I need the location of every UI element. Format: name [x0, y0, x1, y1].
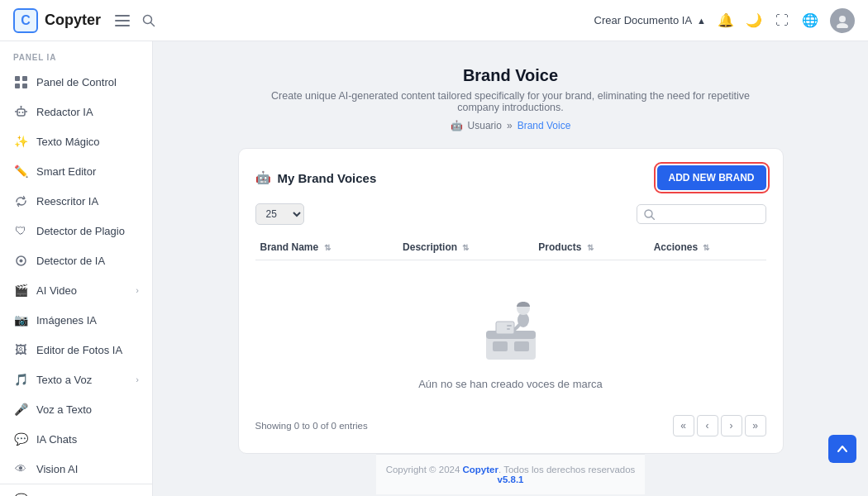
content-area: Brand Voice Create unique AI-generated c… — [153, 41, 868, 496]
col-description: Description ⇅ — [398, 235, 533, 260]
shield-icon: 🛡 — [13, 223, 28, 238]
sidebar-item-label: Smart Editor — [36, 165, 139, 178]
sidebar-item-ia-chats[interactable]: 💬 IA Chats — [0, 424, 152, 454]
grid-icon — [13, 74, 28, 89]
breadcrumb-current[interactable]: Brand Voice — [517, 120, 571, 131]
svg-rect-2 — [115, 25, 130, 26]
chevron-up-icon — [837, 443, 848, 455]
search-icon[interactable] — [141, 12, 157, 29]
sidebar-section-label: PANEL IA — [0, 41, 152, 67]
card-title-text: My Brand Voices — [278, 171, 377, 185]
create-doc-button[interactable]: Crear Documento IA ▲ — [594, 14, 706, 26]
chat-icon: 💬 — [13, 432, 28, 446]
sidebar-item-label: Texto a Voz — [36, 374, 127, 386]
search-icon — [644, 209, 655, 220]
hamburger-icon[interactable] — [114, 12, 131, 29]
footer-suffix: . Todos los derechos reservados — [498, 465, 635, 475]
rewrite-icon — [13, 193, 28, 208]
robot-icon — [13, 104, 28, 119]
breadcrumb: 🤖 Usuario » Brand Voice — [271, 120, 751, 131]
sidebar-item-texto-a-voz[interactable]: 🎵 Texto a Voz › — [0, 365, 152, 394]
showing-text: Showing 0 to 0 of 0 entries — [255, 421, 368, 431]
card-title: 🤖 My Brand Voices — [255, 170, 377, 185]
sidebar-item-detector-ia[interactable]: Detector de IA — [0, 246, 152, 275]
page-title: Brand Voice — [271, 66, 751, 85]
mic-icon: 🎤 — [13, 402, 28, 417]
svg-point-6 — [837, 23, 848, 28]
avatar[interactable] — [830, 8, 855, 33]
add-new-brand-button[interactable]: ADD NEW BRAND — [657, 165, 766, 190]
sidebar-item-label: Reescritor IA — [36, 195, 139, 207]
svg-line-4 — [151, 22, 155, 26]
svg-rect-24 — [493, 341, 508, 351]
wand-icon: ✨ — [13, 134, 28, 149]
video-icon: 🎬 — [13, 283, 28, 298]
svg-rect-8 — [22, 76, 27, 81]
footer-brand-link[interactable]: Copyter — [463, 465, 498, 475]
svg-rect-10 — [22, 83, 27, 88]
chevron-up-icon: ▲ — [697, 16, 706, 26]
sidebar: PANEL IA Panel de Control — [0, 41, 153, 496]
pencil-icon: ✏️ — [13, 164, 28, 179]
logo[interactable]: C Copyter — [13, 8, 101, 33]
sort-icon: ⇅ — [462, 243, 469, 252]
svg-rect-29 — [507, 325, 512, 327]
bell-icon[interactable]: 🔔 — [718, 12, 734, 29]
logo-name: Copyter — [45, 12, 101, 29]
col-brand-name: Brand Name ⇅ — [255, 235, 398, 260]
music-icon: 🎵 — [13, 372, 28, 387]
sidebar-item-label: Panel de Control — [36, 76, 139, 88]
entries-select[interactable]: 25 10 50 100 — [255, 203, 304, 225]
eye-icon: 👁 — [13, 461, 28, 476]
svg-rect-9 — [15, 83, 20, 88]
sidebar-item-vision-ai[interactable]: 👁 Vision AI — [0, 454, 152, 484]
table-controls: 25 10 50 100 — [255, 203, 766, 225]
sidebar-item-editor-fotos[interactable]: 🖼 Editor de Fotos IA — [0, 335, 152, 365]
sidebar-item-detector-plagio[interactable]: 🛡 Detector de Plagio — [0, 216, 152, 246]
search-input[interactable] — [660, 208, 759, 220]
globe-icon[interactable]: 🌐 — [802, 12, 818, 29]
svg-rect-7 — [15, 76, 20, 81]
moon-icon[interactable]: 🌙 — [746, 12, 762, 29]
sidebar-item-smart-editor[interactable]: ✏️ Smart Editor — [0, 156, 152, 186]
scroll-top-button[interactable] — [828, 435, 856, 463]
sidebar-item-chats[interactable]: 💬 Chats — [0, 484, 152, 496]
logo-box: C — [13, 8, 38, 33]
sidebar-item-panel-control[interactable]: Panel de Control — [0, 67, 152, 97]
chevron-right-icon: › — [136, 374, 139, 384]
pagination-first-button[interactable]: « — [673, 415, 694, 436]
sort-icon: ⇅ — [703, 243, 709, 252]
page-description: Create unique AI-generated content tailo… — [271, 90, 751, 113]
svg-point-12 — [18, 112, 20, 113]
nav-left-icons — [114, 12, 157, 29]
main-layout: PANEL IA Panel de Control — [0, 41, 868, 496]
empty-state: Aún no se han creado voces de marca — [255, 260, 766, 407]
pagination-last-button[interactable]: » — [745, 415, 766, 436]
sidebar-item-reescritor-ia[interactable]: Reescritor IA — [0, 186, 152, 216]
col-acciones: Acciones ⇅ — [649, 235, 766, 260]
sidebar-item-label: Texto Mágico — [36, 136, 139, 148]
logo-letter: C — [21, 13, 31, 28]
sidebar-item-label: Vision AI — [36, 463, 139, 475]
sidebar-item-ai-video[interactable]: 🎬 AI Video › — [0, 275, 152, 305]
photo-edit-icon: 🖼 — [13, 342, 28, 357]
sidebar-item-voz-a-texto[interactable]: 🎤 Voz a Texto — [0, 394, 152, 424]
breadcrumb-separator: » — [507, 120, 513, 131]
nav-right-icons: Crear Documento IA ▲ 🔔 🌙 ⛶ 🌐 — [594, 8, 855, 33]
sidebar-item-label: Detector de Plagio — [36, 225, 139, 237]
pagination-prev-button[interactable]: ‹ — [697, 415, 718, 436]
fullscreen-icon[interactable]: ⛶ — [774, 12, 790, 29]
footer-version-link[interactable]: v5.8.1 — [498, 475, 524, 484]
col-products: Products ⇅ — [533, 235, 648, 260]
camera-icon: 📷 — [13, 312, 28, 327]
sidebar-item-texto-magico[interactable]: ✨ Texto Mágico — [0, 126, 152, 156]
chevron-right-icon: › — [136, 285, 139, 295]
pagination-next-button[interactable]: › — [721, 415, 742, 436]
sidebar-bottom: 💬 Chats — [0, 484, 152, 496]
sort-icon: ⇅ — [587, 243, 594, 252]
sidebar-item-redactor-ia[interactable]: Redactor IA — [0, 97, 152, 126]
sidebar-item-imagenes-ia[interactable]: 📷 Imágenes IA — [0, 305, 152, 335]
brand-voices-card: 🤖 My Brand Voices ADD NEW BRAND 25 10 50… — [238, 148, 784, 454]
topnav: C Copyter Crear Documento IA ▲ 🔔 🌙 ⛶ 🌐 — [0, 0, 868, 41]
chat-bottom-icon: 💬 — [13, 492, 28, 496]
